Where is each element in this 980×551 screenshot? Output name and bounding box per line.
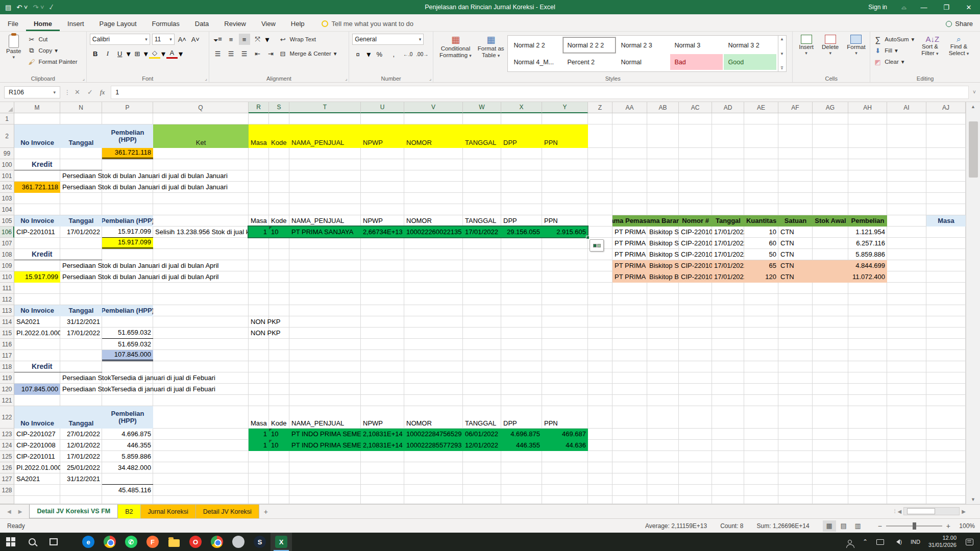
cell-V124[interactable]: 100022285577293 (404, 440, 463, 451)
cell-M122[interactable]: No Invoice (14, 406, 60, 429)
cell-U2[interactable]: NPWP (361, 124, 404, 148)
cell-V105[interactable]: NOMOR (404, 215, 463, 227)
delete-cells-button[interactable]: Delete▾ (819, 34, 842, 74)
percent-style-icon[interactable]: % (374, 48, 385, 60)
column-header-R[interactable]: R (249, 102, 269, 113)
ribbon-tab-page-layout[interactable]: Page Layout (92, 16, 144, 31)
column-header-V[interactable]: V (404, 102, 463, 113)
view-page-break-button[interactable]: ▥ (851, 520, 865, 532)
paste-button[interactable]: Paste ▾ (3, 34, 24, 74)
cell-P127[interactable] (102, 473, 153, 485)
cell-AB107[interactable]: Biskitop Sa (647, 238, 679, 249)
cell-AD107[interactable]: 17/01/2022 (712, 238, 744, 249)
wrap-text-button[interactable]: ↩Wrap Text (279, 34, 316, 45)
cell-R2[interactable]: Masa (249, 124, 269, 148)
column-header-AI[interactable]: AI (887, 102, 926, 113)
h-scroll-left-icon[interactable]: ◀ (898, 509, 902, 514)
style-item-normal-3[interactable]: Normal 3 (670, 37, 723, 53)
browser-icon[interactable] (206, 533, 228, 551)
row-header-104[interactable]: 104 (0, 204, 14, 215)
chrome-icon[interactable] (99, 533, 120, 551)
cell-S124[interactable]: 10 (269, 440, 289, 451)
cell-W106[interactable]: 17/01/2022 (463, 227, 501, 238)
cell-M114[interactable]: SA2021 (14, 316, 60, 328)
column-header-AE[interactable]: AE (744, 102, 778, 113)
zoom-out-button[interactable]: − (878, 522, 882, 530)
align-center-icon[interactable]: ☰ (226, 48, 237, 59)
row-header-108[interactable]: 108 (0, 249, 14, 260)
font-family-combo[interactable]: Calibri▾ (90, 34, 150, 45)
fill-color-icon[interactable]: ◇ (149, 49, 160, 59)
zoom-in-button[interactable]: + (946, 522, 950, 530)
ribbon-display-options-icon[interactable]: ⌓ (895, 4, 913, 11)
style-item-normal-3-2[interactable]: Normal 3 2 (724, 37, 776, 53)
accounting-format-icon[interactable]: ¤ (352, 48, 363, 60)
cell-V123[interactable]: 100022284756529 (404, 429, 463, 440)
column-header-X[interactable]: X (501, 102, 542, 113)
cell-N114[interactable]: 31/12/2021 (60, 316, 102, 328)
cell-AE107[interactable]: 60 (744, 238, 778, 249)
cell-V106[interactable]: 100022260022135 (404, 227, 463, 238)
ribbon-tab-data[interactable]: Data (187, 16, 216, 31)
decrease-decimal-icon[interactable]: .00→ (416, 48, 428, 60)
file-explorer-icon[interactable] (163, 533, 185, 551)
cell-N119[interactable]: Persediaan StokTersedia di januari di ju… (60, 372, 249, 384)
cell-N113[interactable]: Tanggal (60, 305, 102, 316)
cell-M115[interactable]: PI.2022.01.00003 (14, 328, 60, 339)
cell-W2[interactable]: TANGGAL (463, 124, 501, 148)
autosum-button[interactable]: ∑AutoSum▾ (873, 34, 914, 45)
cell-AB109[interactable]: Biskitop Sti (647, 260, 679, 271)
cell-U106[interactable]: 2,66734E+13 (361, 227, 404, 238)
column-header-P[interactable]: P (102, 102, 153, 113)
cell-M2[interactable]: No Invoice (14, 124, 60, 148)
cell-N123[interactable]: 27/01/2022 (60, 429, 102, 440)
cell-Y2[interactable]: PPN (542, 124, 588, 148)
clock[interactable]: 12.00 31/01/2026 (928, 535, 957, 549)
bold-button[interactable]: B (90, 48, 101, 59)
cell-P107[interactable]: 15.917.099 (102, 238, 153, 249)
redo-icon[interactable]: ↷ ˅ (33, 4, 44, 11)
align-right-icon[interactable]: ☰ (239, 48, 250, 59)
cell-P117[interactable]: 107.845.000 (102, 350, 153, 361)
cell-N127[interactable]: 31/12/2021 (60, 473, 102, 485)
cell-P125[interactable]: 5.859.886 (102, 451, 153, 462)
cell-AJ105[interactable]: Masa (926, 215, 966, 227)
formula-input[interactable]: 1 (111, 86, 969, 99)
style-item-bad[interactable]: Bad (670, 54, 723, 70)
cell-N101[interactable]: Persediaan Stok di bulan Januari di jual… (60, 170, 249, 182)
copy-button[interactable]: ⧉Copy▾ (27, 45, 77, 56)
cell-U123[interactable]: 2,10831E+14 (361, 429, 404, 440)
column-header-AD[interactable]: AD (712, 102, 744, 113)
row-header-118[interactable]: 118 (0, 361, 14, 372)
row-header-121[interactable]: 121 (0, 395, 14, 406)
cell-N122[interactable]: Tanggal (60, 406, 102, 429)
find-select-button[interactable]: ⌕ Find & Select ▾ (946, 34, 972, 74)
column-header-Z[interactable]: Z (588, 102, 612, 113)
cell-U122[interactable]: NPWP (361, 406, 404, 429)
column-header-W[interactable]: W (463, 102, 501, 113)
sheet-tab-b2[interactable]: B2 (118, 505, 140, 518)
cell-M108[interactable]: Kredit (14, 249, 102, 260)
cell-P99[interactable]: 361.721.118 (102, 148, 153, 159)
column-header-T[interactable]: T (289, 102, 361, 113)
search-button[interactable] (21, 533, 43, 551)
cell-AH105[interactable]: Pembelian (848, 215, 887, 227)
sheet-tab-detail-jv-koreksi[interactable]: Detail JV Koreksi (196, 505, 259, 518)
cell-AC107[interactable]: CIP-22010 (679, 238, 712, 249)
zoom-level[interactable]: 100% (954, 522, 975, 530)
decrease-indent-icon[interactable]: ⇤ (252, 48, 263, 59)
gallery-more-icon[interactable]: ⊽ (780, 66, 783, 70)
cell-P122[interactable]: Pembelian (HPP) (102, 406, 153, 429)
cell-S122[interactable]: Kode (269, 406, 289, 429)
cell-AD106[interactable]: 17/01/2022 (712, 227, 744, 238)
column-header-Y[interactable]: Y (542, 102, 588, 113)
sheet-tab-jurnal-koreksi[interactable]: Jurnal Koreksi (141, 505, 196, 518)
cell-N2[interactable]: Tanggal (60, 124, 102, 148)
row-header-2[interactable]: 2 (0, 124, 14, 148)
cell-AH110[interactable]: 11.072.400 (848, 271, 887, 283)
cell-Q106[interactable]: Selisih 13.238.956 Stok di jual ke (153, 227, 249, 238)
new-sheet-button[interactable]: + (259, 505, 273, 518)
style-item-normal-2-3[interactable]: Normal 2 3 (617, 37, 669, 53)
cell-P113[interactable]: Pembelian (HPP) (102, 305, 153, 316)
edge-icon[interactable]: e (78, 533, 99, 551)
